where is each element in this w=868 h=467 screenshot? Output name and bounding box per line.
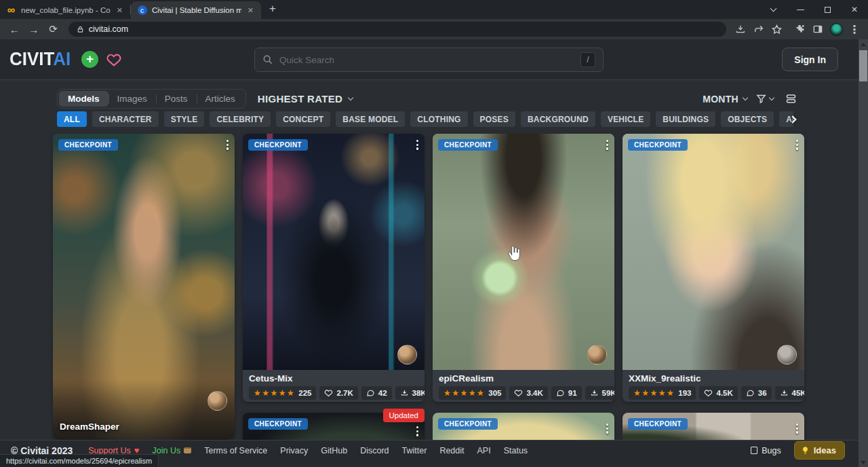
quick-search-bar[interactable]: / xyxy=(254,48,604,72)
chip-background[interactable]: BACKGROUND xyxy=(521,111,595,127)
card-menu-icon[interactable] xyxy=(795,138,800,151)
creator-avatar[interactable] xyxy=(208,391,227,411)
comment-icon xyxy=(746,389,755,397)
chip-style[interactable]: STYLE xyxy=(164,111,205,127)
footer-link-status[interactable]: Status xyxy=(504,446,528,455)
chip-clothing[interactable]: CLOTHING xyxy=(410,111,467,127)
favorites-heart-icon[interactable] xyxy=(106,52,122,67)
browser-tab-colab[interactable]: ∞ new_colab_file.ipynb - Colaborat ✕ xyxy=(0,1,130,19)
bookmark-star-icon[interactable] xyxy=(768,21,785,37)
scroll-down-arrow-icon[interactable] xyxy=(859,457,868,467)
model-card-cetus-mix[interactable]: CHECKPOINT Cetus-Mix ★★★★★ 225 2.7K xyxy=(243,134,425,402)
chip-vehicle[interactable]: VEHICLE xyxy=(601,111,650,127)
card-menu-icon[interactable] xyxy=(795,422,800,435)
tab-search-icon[interactable] xyxy=(760,0,787,19)
tab-models[interactable]: Models xyxy=(59,91,108,107)
save-to-device-icon[interactable] xyxy=(732,21,749,37)
tab-close-icon[interactable]: ✕ xyxy=(246,6,255,15)
tab-close-icon[interactable]: ✕ xyxy=(115,6,124,15)
share-icon[interactable] xyxy=(750,21,767,37)
download-icon xyxy=(590,389,599,397)
search-shortcut-key: / xyxy=(580,52,595,67)
minimize-button[interactable] xyxy=(787,0,814,19)
sort-dropdown[interactable]: HIGHEST RATED xyxy=(258,93,353,105)
side-panel-icon[interactable] xyxy=(810,21,827,37)
footer-link-discord[interactable]: Discord xyxy=(360,446,389,455)
maximize-button[interactable] xyxy=(814,0,841,19)
new-tab-button[interactable]: + xyxy=(269,2,276,16)
creator-avatar[interactable] xyxy=(397,345,417,365)
footer-link-api[interactable]: API xyxy=(477,446,491,455)
card-menu-icon[interactable] xyxy=(415,138,420,151)
extensions-icon[interactable] xyxy=(792,21,809,37)
chips-scroll-right-icon[interactable] xyxy=(787,111,799,127)
scrollbar-thumb[interactable] xyxy=(859,50,867,81)
model-card-partial[interactable]: CHECKPOINT xyxy=(623,413,804,440)
model-title: XXMix_9realistic xyxy=(629,373,798,384)
chip-objects[interactable]: OBJECTS xyxy=(721,111,774,127)
chip-base-model[interactable]: BASE MODEL xyxy=(336,111,405,127)
card-menu-icon[interactable] xyxy=(605,138,610,151)
ideas-button[interactable]: Ideas xyxy=(794,441,845,460)
model-card-xxmix9realistic[interactable]: CHECKPOINT XXMix_9realistic ★★★★★ 193 4.… xyxy=(623,134,804,402)
civitai-logo[interactable]: CIVITAI xyxy=(9,49,71,70)
card-menu-icon[interactable] xyxy=(225,138,230,151)
content-type-switcher: Models Images Posts Articles xyxy=(57,89,246,109)
site-header: CIVITAI + / Sign In xyxy=(0,39,868,80)
back-icon[interactable]: ← xyxy=(5,20,24,38)
address-bar[interactable]: civitai.com xyxy=(68,22,726,37)
chip-concept[interactable]: CONCEPT xyxy=(276,111,330,127)
likes-count: 3.4K xyxy=(526,389,542,397)
filters-button[interactable] xyxy=(755,93,774,105)
model-card-dreamshaper[interactable]: CHECKPOINT DreamShaper xyxy=(53,134,235,440)
star-rating-icons: ★★★★★ xyxy=(254,389,295,397)
footer-link-join-us[interactable]: Join Us xyxy=(153,446,192,455)
model-card-partial[interactable]: CHECKPOINT xyxy=(433,413,614,440)
card-footer: Cetus-Mix ★★★★★ 225 2.7K 42 xyxy=(243,370,425,402)
bugs-link[interactable]: Bugs xyxy=(751,446,781,455)
period-dropdown[interactable]: MONTH xyxy=(703,94,747,105)
footer-link-twitter[interactable]: Twitter xyxy=(402,446,427,455)
chip-poses[interactable]: POSES xyxy=(473,111,515,127)
forward-icon[interactable]: → xyxy=(25,20,43,38)
chip-celebrity[interactable]: CELEBRITY xyxy=(210,111,271,127)
model-preview-image xyxy=(53,134,235,440)
footer-link-terms[interactable]: Terms of Service xyxy=(204,446,267,455)
downloads-count: 59K xyxy=(602,389,614,397)
tab-articles[interactable]: Articles xyxy=(197,91,244,107)
scroll-up-arrow-icon[interactable] xyxy=(859,39,868,49)
creator-avatar[interactable] xyxy=(587,345,607,365)
category-chip-row: ALL CHARACTER STYLE CELEBRITY CONCEPT BA… xyxy=(57,111,793,127)
page-scrollbar[interactable] xyxy=(859,39,868,467)
card-menu-icon[interactable] xyxy=(605,422,610,435)
search-input[interactable] xyxy=(279,55,574,65)
footer-link-github[interactable]: GitHub xyxy=(321,446,347,455)
browser-tab-civitai[interactable]: c Civitai | Stable Diffusion models, ✕ xyxy=(131,1,261,19)
footer-link-privacy[interactable]: Privacy xyxy=(280,446,308,455)
comments-pill: 42 xyxy=(361,386,392,400)
colab-favicon-icon: ∞ xyxy=(6,5,16,16)
card-menu-icon[interactable] xyxy=(415,425,420,438)
model-card-grid: CHECKPOINT DreamShaper CHECKPOINT Cetus-… xyxy=(53,134,806,440)
chevron-down-icon xyxy=(348,95,353,100)
chip-all[interactable]: ALL xyxy=(57,111,87,127)
close-window-button[interactable]: ✕ xyxy=(841,0,868,19)
tab-posts[interactable]: Posts xyxy=(156,91,197,107)
reload-icon[interactable]: ⟳ xyxy=(44,20,62,38)
model-card-epicrealism[interactable]: CHECKPOINT epiCRealism ★★★★★ 305 3.4K xyxy=(433,134,614,402)
likes-count: 2.7K xyxy=(336,389,353,397)
tab-title: Civitai | Stable Diffusion models, xyxy=(152,6,241,14)
creator-avatar[interactable] xyxy=(777,345,797,365)
chip-character[interactable]: CHARACTER xyxy=(92,111,159,127)
browser-menu-icon[interactable]: ⋮ xyxy=(846,21,863,37)
chip-buildings[interactable]: BUILDINGS xyxy=(656,111,715,127)
upload-plus-button[interactable]: + xyxy=(81,51,98,68)
profile-avatar[interactable] xyxy=(828,21,845,37)
layout-toggle-button[interactable] xyxy=(785,92,797,105)
tab-images[interactable]: Images xyxy=(108,91,156,107)
stacked-layout-icon xyxy=(785,92,797,105)
rating-count: 225 xyxy=(298,389,311,397)
model-card-partial[interactable]: CHECKPOINT Updated xyxy=(243,413,425,440)
footer-link-reddit[interactable]: Reddit xyxy=(439,446,464,455)
sign-in-button[interactable]: Sign In xyxy=(782,48,838,71)
